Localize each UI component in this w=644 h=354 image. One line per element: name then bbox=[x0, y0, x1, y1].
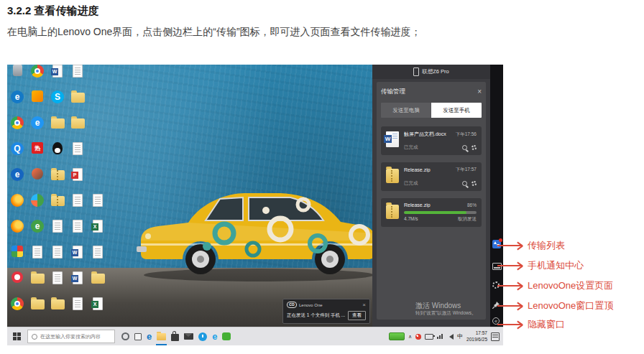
activate-windows-watermark: 激活 Windows 转到“设置”以激活 Windows。 bbox=[415, 302, 477, 316]
transfer-tab[interactable]: 发送至手机 bbox=[431, 103, 482, 118]
desktop-icon-glyph bbox=[71, 118, 85, 129]
desktop-icon-glyph bbox=[11, 168, 24, 181]
desktop-icon-glyph bbox=[52, 142, 63, 154]
desktop-icon-glyph bbox=[91, 274, 105, 284]
desktop-icon-glyph bbox=[31, 65, 44, 78]
desktop-icon-glyph bbox=[73, 246, 83, 258]
desktop-icon-glyph bbox=[11, 194, 24, 207]
desktop-icon-glyph bbox=[51, 90, 64, 103]
taskbar-apps bbox=[121, 332, 231, 341]
cortana-icon[interactable] bbox=[121, 332, 129, 340]
desktop-icon-glyph bbox=[31, 194, 44, 207]
file-type-icon bbox=[386, 169, 399, 183]
search-file-icon[interactable] bbox=[462, 181, 467, 186]
transfer-tabs: 发送至电脑 发送至手机 bbox=[381, 103, 482, 118]
file-percent: 86% bbox=[467, 202, 477, 208]
edge-icon[interactable] bbox=[147, 332, 152, 341]
desktop-icon-glyph bbox=[71, 93, 85, 103]
annotation-row: 传输列表 bbox=[497, 240, 565, 251]
annotation-row: 隐藏窗口 bbox=[497, 319, 565, 330]
task-view-icon[interactable] bbox=[134, 333, 142, 340]
annotation-row: 手机通知中心 bbox=[497, 260, 584, 271]
taskbar-clock[interactable]: 17:57 2019/6/25 bbox=[466, 330, 487, 342]
file-type-icon bbox=[386, 131, 399, 147]
desktop-icon-glyph bbox=[12, 271, 23, 283]
desktop-icon-glyph bbox=[31, 220, 44, 233]
close-icon[interactable]: × bbox=[477, 89, 482, 95]
annotation-label: LenovoOne设置页面 bbox=[528, 279, 613, 292]
desktop-icon-glyph bbox=[32, 168, 43, 180]
desktop-icon-glyph bbox=[11, 220, 24, 233]
phone-icon bbox=[413, 67, 419, 76]
start-button[interactable] bbox=[13, 332, 22, 341]
lenovo-one-logo: CO bbox=[287, 302, 297, 308]
lenovo-one-toast: CO Lenovo One × 正在发送 1 个文件到 手机 ... 查看 bbox=[282, 299, 370, 324]
network-icon[interactable] bbox=[437, 334, 443, 339]
battery-widget[interactable] bbox=[389, 332, 405, 340]
desktop-icon-glyph bbox=[52, 271, 63, 284]
wallpaper-car-image bbox=[137, 182, 380, 284]
transfer-item: Release.zip 86% bbox=[381, 198, 482, 227]
chat-app-icon[interactable] bbox=[222, 332, 231, 340]
desktop-icon-glyph bbox=[52, 220, 63, 233]
file-name: 触屏产品文档.docx bbox=[404, 131, 446, 138]
desktop-icon-glyph bbox=[51, 299, 65, 309]
search-file-icon[interactable] bbox=[462, 145, 467, 150]
desktop-icon-glyph bbox=[11, 142, 24, 155]
annotation-label: LenovoOne窗口置顶 bbox=[528, 299, 613, 312]
screenshot-figure: 回收站 Microsoft Edge Google Chrome QQ浏览器 上… bbox=[7, 65, 503, 345]
open-folder-icon[interactable] bbox=[472, 181, 477, 186]
panel-title: 传输管理 bbox=[381, 88, 405, 96]
transfer-speed: 4.7M/s bbox=[404, 216, 418, 223]
toast-close-icon[interactable]: × bbox=[362, 302, 366, 308]
file-type-icon bbox=[386, 205, 399, 219]
store-icon[interactable] bbox=[171, 334, 179, 341]
annotation-label: 传输列表 bbox=[528, 239, 565, 252]
ime-indicator[interactable]: 中 bbox=[457, 332, 463, 340]
file-status: 已完成 bbox=[404, 144, 418, 151]
desktop-icon-glyph bbox=[93, 297, 103, 310]
search-icon bbox=[32, 334, 37, 340]
desktop-icon-glyph bbox=[93, 194, 103, 207]
mail-icon[interactable] bbox=[184, 333, 193, 340]
transfer-list: 触屏产品文档.docx 下午17:56 已完成 bbox=[381, 126, 482, 227]
section-body-text: 在电脑上的Lenovo One界面，点击侧边栏上的“传输”图标，即可进入页面查看… bbox=[7, 26, 421, 39]
toast-message: 正在发送 1 个文件到 手机 ... bbox=[287, 312, 345, 319]
cancel-send-button[interactable]: 取消发送 bbox=[458, 216, 477, 223]
qq-tray-icon[interactable] bbox=[415, 334, 421, 340]
battery-icon[interactable] bbox=[425, 334, 433, 340]
toast-view-button[interactable]: 查看 bbox=[348, 311, 366, 320]
annotation-arrow bbox=[497, 285, 521, 287]
desktop-icon-glyph bbox=[73, 297, 83, 310]
volume-icon[interactable] bbox=[446, 334, 454, 340]
transfer-item: Release.zip 下午17:57 已完成 bbox=[381, 162, 482, 191]
desktop-icon-glyph bbox=[73, 271, 83, 284]
connected-device-header: 联想Z6 Pro bbox=[372, 65, 490, 79]
annotation-label: 隐藏窗口 bbox=[528, 318, 565, 331]
annotation-label: 手机通知中心 bbox=[528, 259, 584, 272]
browser-icon[interactable] bbox=[212, 332, 217, 341]
open-folder-icon[interactable] bbox=[472, 145, 477, 150]
desktop-icon-glyph bbox=[32, 90, 43, 102]
desktop-icon-glyph bbox=[73, 65, 83, 78]
taskbar-search-input[interactable]: 在这里输入你要搜索的内容 bbox=[27, 330, 115, 343]
action-center-icon[interactable] bbox=[491, 332, 500, 341]
annotation-arrow bbox=[497, 305, 521, 307]
annotation-row: LenovoOne设置页面 bbox=[497, 280, 613, 292]
annotation-arrow bbox=[497, 324, 521, 325]
progress-fill bbox=[404, 211, 466, 214]
clock-app-icon[interactable] bbox=[198, 332, 207, 341]
windows-taskbar: 在这里输入你要搜索的内容 ∧ 中 17:57 2019/6/25 bbox=[7, 327, 503, 345]
desktop-icon-glyph bbox=[51, 170, 65, 180]
desktop-icon-glyph bbox=[73, 168, 83, 181]
desktop-icon-glyph bbox=[31, 116, 44, 129]
file-time: 下午17:56 bbox=[456, 131, 477, 138]
tray-expand-icon[interactable]: ∧ bbox=[408, 334, 412, 340]
desktop-icon-glyph bbox=[32, 142, 43, 154]
device-name: 联想Z6 Pro bbox=[422, 68, 449, 75]
transfer-tab[interactable]: 发送至电脑 bbox=[381, 103, 431, 118]
file-name: Release.zip bbox=[404, 202, 431, 208]
file-explorer-icon[interactable] bbox=[157, 333, 166, 340]
desktop-icon-glyph bbox=[31, 299, 45, 309]
desktop-icon-glyph bbox=[31, 274, 45, 284]
